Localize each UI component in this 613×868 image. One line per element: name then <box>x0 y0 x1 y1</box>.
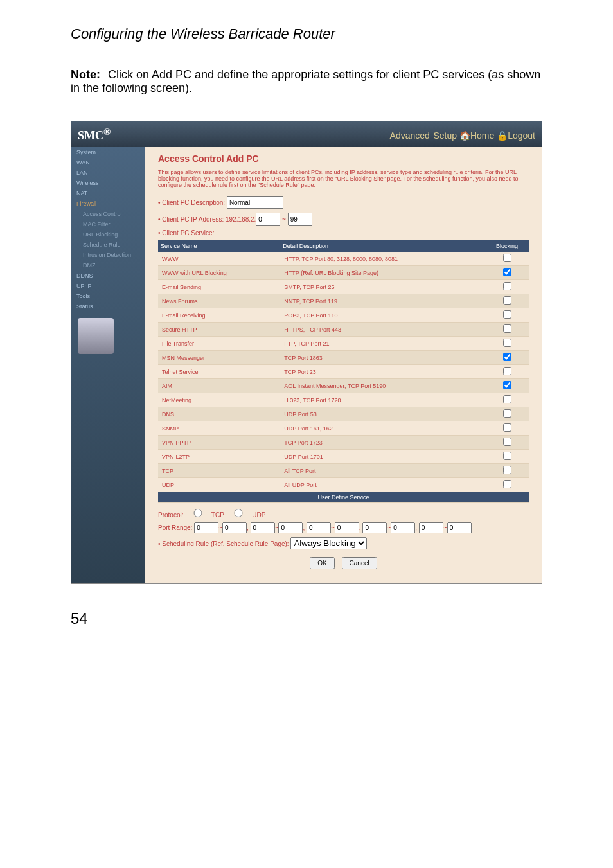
blocking-checkbox[interactable] <box>503 282 511 290</box>
port-input[interactable] <box>362 522 387 533</box>
port-input[interactable] <box>251 522 275 533</box>
nav-dmz[interactable]: DMZ <box>71 260 145 270</box>
nav-ddns[interactable]: DDNS <box>71 270 145 281</box>
nav-mac-filter[interactable]: MAC Filter <box>71 219 145 229</box>
port-input[interactable] <box>419 522 443 533</box>
main-content: Access Control Add PC This page allows u… <box>145 147 542 583</box>
blocking-checkbox[interactable] <box>503 254 511 262</box>
blocking-checkbox[interactable] <box>503 452 511 460</box>
ip-from-input[interactable] <box>256 213 280 226</box>
svc-name: E-mail Receiving <box>158 308 280 323</box>
proto-tcp-radio[interactable] <box>188 509 208 517</box>
svc-detail: UDP Port 161, 162 <box>280 421 485 436</box>
services-table: Service Name Detail Description Blocking… <box>158 240 529 503</box>
router-thumbnail <box>78 318 114 354</box>
port-input[interactable] <box>391 522 415 533</box>
blocking-checkbox[interactable] <box>503 409 511 418</box>
ok-button[interactable]: OK <box>310 557 334 569</box>
content-desc: This page allows users to define service… <box>158 169 529 188</box>
blocking-checkbox[interactable] <box>503 296 511 305</box>
table-row: VPN-L2TPUDP Port 1701 <box>158 450 529 464</box>
nav-upnp[interactable]: UPnP <box>71 281 145 291</box>
schedule-select[interactable]: Always Blocking <box>290 537 367 549</box>
table-row: VPN-PPTPTCP Port 1723 <box>158 436 529 450</box>
svc-detail: All TCP Port <box>280 464 485 478</box>
table-row: MSN MessengerTCP Port 1863 <box>158 351 529 365</box>
nav-system[interactable]: System <box>71 147 145 157</box>
content-heading: Access Control Add PC <box>158 154 529 164</box>
svc-detail: HTTP, TCP Port 80, 3128, 8000, 8080, 808… <box>280 252 485 266</box>
screenshot-window: SMC® Advanced Setup 🏠Home 🔒Logout System… <box>71 121 542 584</box>
port-input[interactable] <box>335 522 359 533</box>
client-desc-input[interactable] <box>227 196 283 209</box>
blocking-checkbox[interactable] <box>503 353 511 361</box>
svc-name: File Transfer <box>158 337 280 351</box>
svc-name: Secure HTTP <box>158 323 280 337</box>
blocking-checkbox[interactable] <box>503 381 511 389</box>
svc-name: AIM <box>158 379 280 393</box>
client-ip-field: • Client PC IP Address: 192.168.2. ~ <box>158 213 529 226</box>
blocking-checkbox[interactable] <box>503 339 511 347</box>
nav-status[interactable]: Status <box>71 301 145 312</box>
table-row: WWW with URL BlockingHTTP (Ref. URL Bloc… <box>158 266 529 280</box>
sidebar-nav: System WAN LAN Wireless NAT Firewall Acc… <box>71 147 145 583</box>
blocking-checkbox[interactable] <box>503 480 511 488</box>
cancel-button[interactable]: Cancel <box>342 557 377 569</box>
blocking-checkbox[interactable] <box>503 367 511 375</box>
table-row: WWWHTTP, TCP Port 80, 3128, 8000, 8080, … <box>158 252 529 266</box>
note-text: Note:Click on Add PC and define the appr… <box>71 68 542 95</box>
svc-name: DNS <box>158 407 280 421</box>
blocking-checkbox[interactable] <box>503 310 511 319</box>
col-detail: Detail Description <box>280 240 485 252</box>
svc-detail: TCP Port 1723 <box>280 436 485 450</box>
page-title: Configuring the Wireless Barricade Route… <box>71 26 542 42</box>
nav-url-blocking[interactable]: URL Blocking <box>71 229 145 240</box>
nav-access-control[interactable]: Access Control <box>71 209 145 219</box>
svc-name: UDP <box>158 478 280 492</box>
svc-name: WWW <box>158 252 280 266</box>
protocol-row: Protocol: TCP UDP <box>158 507 529 518</box>
svc-detail: SMTP, TCP Port 25 <box>280 280 485 294</box>
port-input[interactable] <box>194 522 218 533</box>
proto-udp-radio[interactable] <box>229 509 248 517</box>
nav-wireless[interactable]: Wireless <box>71 178 145 188</box>
page-number: 54 <box>71 610 542 628</box>
table-row: E-mail ReceivingPOP3, TCP Port 110 <box>158 308 529 323</box>
blocking-checkbox[interactable] <box>503 268 511 276</box>
table-row: Secure HTTPHTTPS, TCP Port 443 <box>158 323 529 337</box>
svc-detail: NNTP, TCP Port 119 <box>280 294 485 308</box>
blocking-checkbox[interactable] <box>503 438 511 446</box>
col-name: Service Name <box>158 240 280 252</box>
svc-name: MSN Messenger <box>158 351 280 365</box>
svc-name: E-mail Sending <box>158 280 280 294</box>
nav-intrusion[interactable]: Intrusion Detection <box>71 250 145 260</box>
nav-schedule-rule[interactable]: Schedule Rule <box>71 240 145 250</box>
advanced-setup-label: Advanced Setup 🏠Home 🔒Logout <box>390 127 535 142</box>
svc-detail: HTTP (Ref. URL Blocking Site Page) <box>280 266 485 280</box>
blocking-checkbox[interactable] <box>503 423 511 432</box>
blocking-checkbox[interactable] <box>503 395 511 403</box>
client-desc-field: • Client PC Description: <box>158 196 529 209</box>
smc-logo: SMC® <box>78 127 111 143</box>
svc-name: TCP <box>158 464 280 478</box>
nav-tools[interactable]: Tools <box>71 291 145 301</box>
port-input[interactable] <box>447 522 472 533</box>
client-svc-label: • Client PC Service: <box>158 229 529 236</box>
port-input[interactable] <box>278 522 303 533</box>
svc-detail: UDP Port 53 <box>280 407 485 421</box>
svc-detail: UDP Port 1701 <box>280 450 485 464</box>
nav-lan[interactable]: LAN <box>71 168 145 178</box>
nav-nat[interactable]: NAT <box>71 188 145 199</box>
nav-firewall[interactable]: Firewall <box>71 199 145 209</box>
svc-detail: H.323, TCP Port 1720 <box>280 393 485 407</box>
svc-name: NetMeeting <box>158 393 280 407</box>
nav-wan[interactable]: WAN <box>71 157 145 168</box>
blocking-checkbox[interactable] <box>503 466 511 474</box>
blocking-checkbox[interactable] <box>503 324 511 333</box>
ip-to-input[interactable] <box>288 213 312 226</box>
svc-name: WWW with URL Blocking <box>158 266 280 280</box>
svc-name: Telnet Service <box>158 365 280 379</box>
table-row: E-mail SendingSMTP, TCP Port 25 <box>158 280 529 294</box>
port-input[interactable] <box>306 522 331 533</box>
port-input[interactable] <box>222 522 247 533</box>
